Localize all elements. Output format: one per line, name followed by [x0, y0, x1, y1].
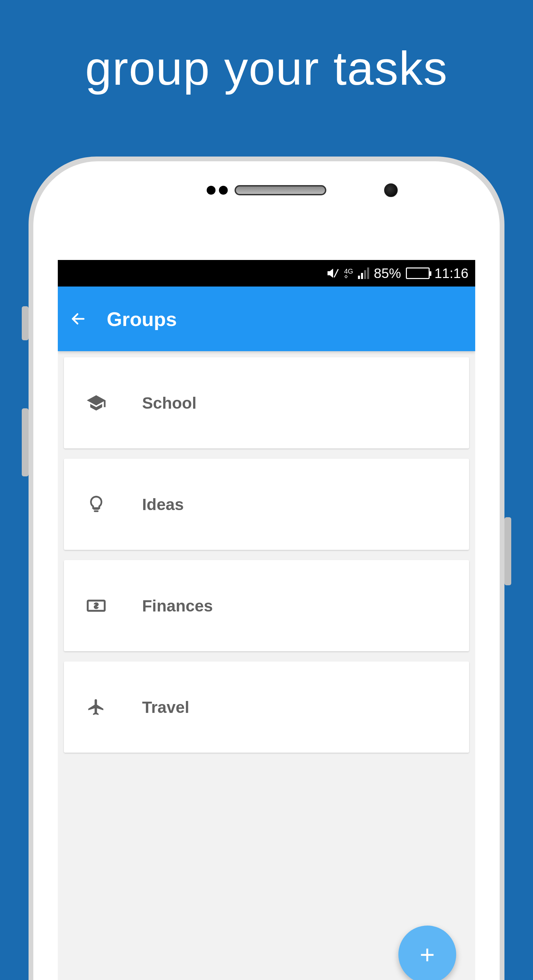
phone-side-button: [504, 517, 511, 585]
group-item-label: Finances: [142, 597, 213, 615]
clock: 11:16: [435, 266, 468, 281]
group-item-label: Ideas: [142, 495, 184, 514]
money-icon: [84, 595, 108, 616]
battery-percentage: 85%: [374, 266, 401, 281]
svg-line-0: [334, 269, 338, 277]
groups-list: School Ideas: [58, 351, 475, 753]
group-item-travel[interactable]: Travel: [64, 662, 469, 753]
status-bar: 4G 85% 11:16: [58, 260, 475, 286]
phone-side-button: [22, 306, 29, 340]
app-bar: Groups: [58, 286, 475, 351]
app-screen: 4G 85% 11:16: [58, 260, 475, 980]
phone-sensors: [33, 185, 500, 195]
phone-mockup: 4G 85% 11:16: [29, 156, 504, 980]
group-item-ideas[interactable]: Ideas: [64, 459, 469, 550]
group-item-label: Travel: [142, 698, 189, 717]
back-button[interactable]: [70, 311, 86, 327]
mute-icon: [327, 267, 339, 279]
network-4g-icon: 4G: [344, 268, 353, 279]
graduation-cap-icon: [84, 393, 108, 413]
signal-icon: [358, 267, 369, 279]
lightbulb-icon: [84, 495, 108, 514]
promo-title: group your tasks: [0, 0, 533, 96]
group-item-label: School: [142, 394, 197, 412]
group-item-finances[interactable]: Finances: [64, 560, 469, 651]
phone-side-button: [22, 408, 29, 476]
airplane-icon: [84, 698, 108, 717]
group-item-school[interactable]: School: [64, 357, 469, 449]
battery-icon: [406, 267, 430, 279]
add-group-button[interactable]: +: [398, 926, 456, 980]
page-title: Groups: [107, 308, 177, 331]
plus-icon: +: [420, 940, 435, 969]
